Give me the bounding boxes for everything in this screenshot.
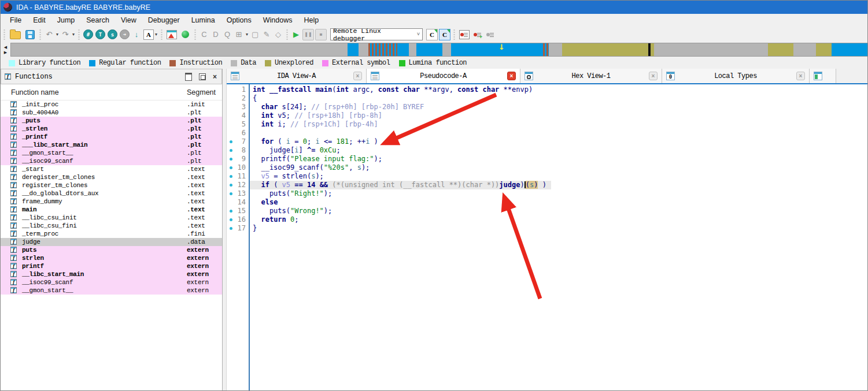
add-breakpoint-button[interactable]: + [473,31,482,39]
navband-left-arrow-icon[interactable]: ◀ [4,44,7,50]
menu-debugger[interactable]: Debugger [142,15,186,25]
tab-local-types[interactable]: Local Types× [662,69,810,83]
code-line-8[interactable]: 8 judge[i] ^= 0xCu; [227,146,867,155]
tab-close-icon[interactable]: × [649,72,658,80]
flow-chart-dropdown[interactable]: ▾ [246,32,248,37]
menu-help[interactable]: Help [298,15,324,25]
debugger-pause-button[interactable]: ❚❚ [302,29,314,40]
diamond-button[interactable]: ◇ [273,28,283,41]
function-row-sub_4004A0[interactable]: sub_4004A0.plt [1,109,222,117]
flow-chart-button[interactable]: ⊞ [234,28,244,41]
navband-scroll-arrows[interactable]: ◀▶ [1,44,10,55]
navigate-forward-dropdown[interactable]: ▾ [72,32,75,37]
function-row-_init_proc[interactable]: _init_proc.init [1,100,222,109]
tab-close-icon[interactable]: × [507,72,516,80]
attach-process-button[interactable]: C [426,29,438,40]
function-row-frame_dummy[interactable]: frame_dummy.text [1,198,222,206]
function-row-__libc_csu_init[interactable]: __libc_csu_init.text [1,214,222,222]
column-function-name[interactable]: Function name [1,88,59,96]
code-line-14[interactable]: 14 else [227,198,867,207]
function-row-_term_proc[interactable]: _term_proc.fini [1,230,222,238]
callers-button[interactable]: D [210,28,221,41]
functions-panel-titlebar[interactable]: Functions × [1,69,222,84]
search-text-dropdown[interactable]: ▾ [155,32,157,37]
tab-hex-view-1[interactable]: Hex View-1× [520,69,662,83]
debugger-combo[interactable]: Remote Linux debugger˅ [330,28,423,40]
function-row-deregister_tm_clones[interactable]: deregister_tm_clones.text [1,173,222,181]
function-row-printf[interactable]: printfextern [1,262,222,270]
function-row-_printf[interactable]: _printf.plt [1,133,222,141]
code-line-4[interactable]: 4 int v5; // [rsp+18h] [rbp-8h] [227,111,867,120]
function-row-register_tm_clones[interactable]: register_tm_clones.text [1,181,222,189]
column-segment[interactable]: Segment [187,88,216,96]
function-row-__isoc99_scanf[interactable]: __isoc99_scanfextern [1,278,222,286]
save-button[interactable] [24,28,36,41]
continue-process-button[interactable]: C [439,29,450,40]
open-chart-button[interactable] [165,28,178,41]
menu-search[interactable]: Search [80,15,115,25]
tab-partial[interactable] [810,69,836,83]
menu-file[interactable]: File [4,15,27,25]
function-row-_start[interactable]: _start.text [1,165,222,173]
function-row-__gmon_start__[interactable]: __gmon_start__.plt [1,149,222,157]
menu-lumina[interactable]: Lumina [186,15,221,25]
code-line-13[interactable]: 13 puts("Right!"); [227,189,867,198]
function-row-__libc_csu_fini[interactable]: __libc_csu_fini.text [1,222,222,230]
menu-jump[interactable]: Jump [51,15,81,25]
pseudocode-view[interactable]: 1int __fastcall main(int argc, const cha… [227,84,867,390]
debugger-stop-button[interactable]: ■ [315,29,327,40]
jump-address-button[interactable]: # [83,29,93,39]
start-process-button[interactable] [179,28,191,41]
code-line-1[interactable]: 1int __fastcall main(int argc, const cha… [227,85,867,94]
code-line-11[interactable]: 11 v5 = strlen(s); [227,172,867,181]
navband-right-arrow-icon[interactable]: ▶ [4,50,7,55]
jump-name-button[interactable]: T [95,29,105,39]
code-line-10[interactable]: 10 __isoc99_scanf("%20s", s); [227,163,867,172]
panel-maximize-icon[interactable] [185,73,192,81]
navigate-back-button[interactable]: ↶ [44,28,54,41]
function-row-judge[interactable]: judge.data [1,238,222,246]
function-row-_puts[interactable]: _puts.plt [1,117,222,125]
code-line-15[interactable]: 15 puts("Wrong!"); [227,207,867,215]
tab-close-icon[interactable]: × [796,72,805,80]
code-line-6[interactable]: 6 [227,129,867,137]
function-row-__libc_start_main[interactable]: __libc_start_mainextern [1,270,222,278]
tab-pseudocode-a[interactable]: Pseudocode-A× [367,69,520,83]
code-line-9[interactable]: 9 printf("Please input flag:"); [227,155,867,163]
function-row-__isoc99_scanf[interactable]: __isoc99_scanf.plt [1,157,222,165]
code-line-7[interactable]: 7 for ( i = 0; i <= 181; ++i ) [227,137,867,146]
breakpoint-group-button[interactable] [486,31,495,39]
function-row-main[interactable]: main.text [1,206,222,214]
tab-close-icon[interactable]: × [353,72,362,80]
code-line-3[interactable]: 3 char s[24]; // [rsp+0h] [rbp-20h] BYRE… [227,103,867,111]
function-row-__do_global_dtors_aux[interactable]: __do_global_dtors_aux.text [1,189,222,198]
code-line-16[interactable]: 16 return 0; [227,215,867,224]
navigate-forward-button[interactable]: ↷ [60,28,71,41]
function-row-strlen[interactable]: strlenextern [1,254,222,262]
call-flow-button[interactable]: C [199,28,209,41]
panel-float-icon[interactable] [199,73,206,80]
code-line-5[interactable]: 5 int i; // [rsp+1Ch] [rbp-4h] [227,120,867,129]
panel-splitter[interactable] [223,69,227,390]
function-row-_strlen[interactable]: _strlen.plt [1,125,222,133]
xrefs-button[interactable]: Q [222,28,232,41]
navigate-back-dropdown[interactable]: ▾ [56,32,58,37]
function-row-__gmon_start__[interactable]: __gmon_start__extern [1,286,222,295]
tab-ida-view-a[interactable]: IDA View-A× [227,69,367,83]
navigation-band[interactable]: ↓ [10,43,867,57]
menu-edit[interactable]: Edit [27,15,51,25]
code-line-12[interactable]: 12 if ( v5 == 14 && (*(unsigned int (__f… [227,181,867,189]
function-row-___libc_start_main[interactable]: ___libc_start_main.plt [1,141,222,149]
jump-next-button[interactable]: ➜ [120,29,130,39]
jump-down-button[interactable]: ↓ [131,28,142,41]
menu-options[interactable]: Options [221,15,257,25]
function-row-puts[interactable]: putsextern [1,246,222,254]
panel-close-icon[interactable]: × [213,74,217,80]
menu-windows[interactable]: Windows [257,15,298,25]
debugger-play-button[interactable]: ▶ [291,28,301,41]
menu-view[interactable]: View [115,15,142,25]
code-line-17[interactable]: 17} [227,224,867,233]
edit-button[interactable]: ✎ [261,28,272,41]
frame-button[interactable]: ▢ [250,28,260,41]
code-line-2[interactable]: 2{ [227,94,867,103]
